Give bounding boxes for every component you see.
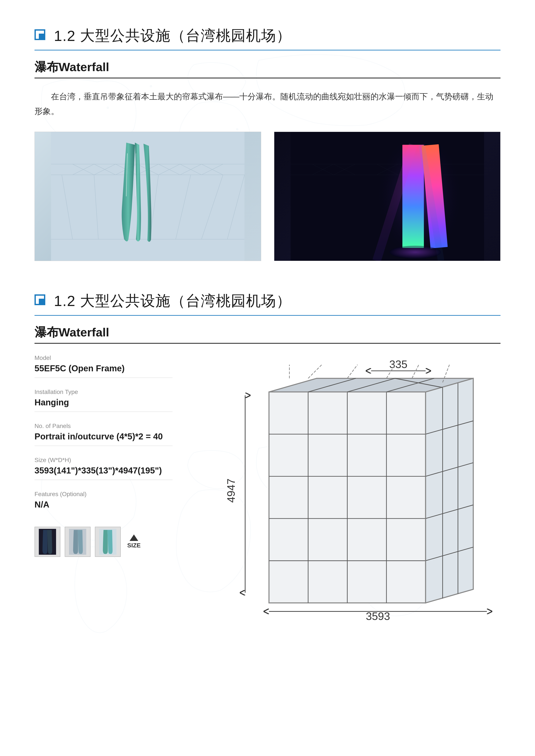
content-wrapper: 1.2 大型公共设施（台湾桃园机场） 瀑布Waterfall 在台湾，垂直吊带象… <box>0 0 535 683</box>
thumbnail-1[interactable] <box>35 527 60 557</box>
section-2-header: 1.2 大型公共设施（台湾桃园机场） <box>35 291 500 316</box>
waterfall-scene-1-svg <box>35 132 261 261</box>
spec-size-label: Size (W*D*H) <box>35 457 173 464</box>
svg-line-74 <box>348 364 357 378</box>
spec-model-label: Model <box>35 355 173 362</box>
section-1-title-text: 大型公共设施（台湾桃园机场） <box>80 26 291 45</box>
page: 1.2 大型公共设施（台湾桃园机场） 瀑布Waterfall 在台湾，垂直吊带象… <box>0 0 535 756</box>
section-2-icon-fill <box>39 299 45 305</box>
spec-size-value: 3593(141")*335(13")*4947(195") <box>35 466 173 475</box>
subsection-1-title: 瀑布Waterfall <box>35 59 500 78</box>
thumbnail-3[interactable] <box>95 527 121 557</box>
svg-line-73 <box>308 364 322 378</box>
spec-installation-label: Installation Type <box>35 389 173 395</box>
section-1-header: 1.2 大型公共设施（台湾桃园机场） <box>35 26 500 50</box>
waterfall-image-1 <box>35 132 261 261</box>
section-2-number: 1.2 <box>54 292 76 309</box>
section-2-title-text: 大型公共设施（台湾桃园机场） <box>80 291 291 311</box>
size-text: SIZE <box>127 542 141 549</box>
spec-features: Features (Optional) N/A <box>35 491 173 514</box>
spec-section: Model 55EF5C (Open Frame) Installation T… <box>35 355 500 627</box>
section-icon <box>35 29 47 42</box>
spec-features-label: Features (Optional) <box>35 491 173 498</box>
spec-model: Model 55EF5C (Open Frame) <box>35 355 173 378</box>
waterfall-scene-2-svg <box>274 132 500 261</box>
icon-fill <box>39 34 45 40</box>
subsection-2-title: 瀑布Waterfall <box>35 324 500 344</box>
svg-marker-59 <box>426 378 473 603</box>
dim-depth-label: 335 <box>389 358 407 370</box>
display-frame <box>269 378 473 603</box>
spec-installation-value: Hanging <box>35 398 173 407</box>
spec-panels-value: Portrait in/outcurve (4*5)*2 = 40 <box>35 432 173 441</box>
section-2: 1.2 大型公共设施（台湾桃园机场） 瀑布Waterfall Model 55E… <box>35 291 500 627</box>
thumbnail-row: SIZE <box>35 527 173 557</box>
spec-panels-label: No. of Panels <box>35 422 173 429</box>
size-label: SIZE <box>127 534 141 549</box>
section-2-icon <box>35 294 47 307</box>
section-1: 1.2 大型公共设施（台湾桃园机场） 瀑布Waterfall 在台湾，垂直吊带象… <box>35 26 500 261</box>
spec-size: Size (W*D*H) 3593(141")*335(13")*4947(19… <box>35 457 173 480</box>
images-row-1 <box>35 132 500 261</box>
size-triangle-icon <box>129 534 138 541</box>
thumbnail-2[interactable] <box>65 527 91 557</box>
section-1-description: 在台湾，垂直吊带象征着本土最大的帘幕式瀑布——十分瀑布。随机流动的曲线宛如壮丽的… <box>35 89 500 119</box>
spec-model-value: 55EF5C (Open Frame) <box>35 364 173 373</box>
svg-line-76 <box>412 364 419 378</box>
spec-installation: Installation Type Hanging <box>35 389 173 412</box>
dim-width-label: 3593 <box>366 610 390 622</box>
section-1-title: 1.2 <box>54 27 76 44</box>
waterfall-image-2 <box>274 132 501 261</box>
spec-left-panel: Model 55EF5C (Open Frame) Installation T… <box>35 355 181 627</box>
svg-point-44 <box>389 246 441 258</box>
3d-diagram-svg: 335 4947 3593 <box>194 355 500 627</box>
spec-panels: No. of Panels Portrait in/outcurve (4*5)… <box>35 422 173 446</box>
dim-height-label: 4947 <box>225 478 237 502</box>
spec-diagram: 335 4947 3593 <box>194 355 500 627</box>
spec-features-value: N/A <box>35 500 173 509</box>
